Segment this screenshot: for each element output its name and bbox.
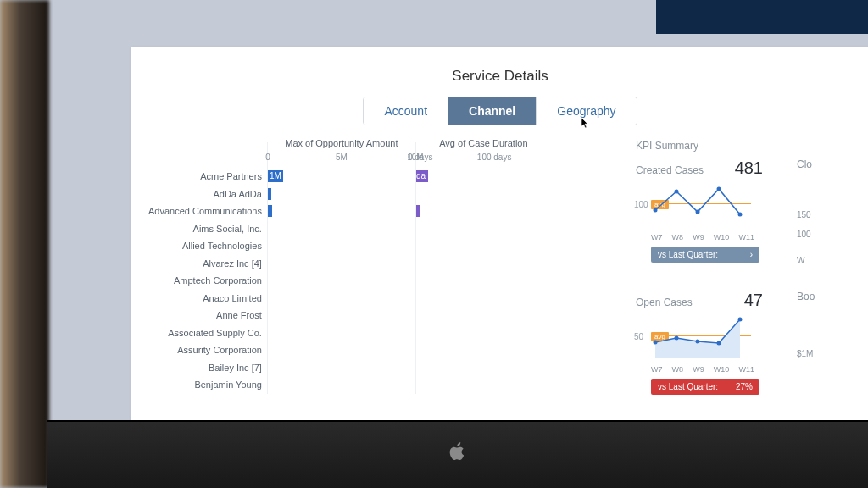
svg-marker-5 xyxy=(655,319,740,358)
y-tick: 100 xyxy=(634,200,648,209)
kpi-label: Open Cases xyxy=(636,297,693,308)
svg-point-0 xyxy=(654,208,658,213)
svg-point-10 xyxy=(738,318,743,322)
svg-point-4 xyxy=(738,213,743,217)
kpi-label: Boo xyxy=(797,291,839,302)
chevron-right-icon: › xyxy=(750,250,753,259)
case-duration-chart[interactable]: Avg of Case Duration 0 days 100 days da xyxy=(415,142,551,394)
cursor-pointer-icon xyxy=(579,117,591,133)
account-row[interactable]: Advanced Communications xyxy=(148,202,262,220)
axis-tick: W8 xyxy=(672,365,684,374)
sparkline-chart: 100 avg xyxy=(636,185,754,231)
x-axis: 0 5M 10M xyxy=(268,152,415,163)
kpi-summary-title: KPI Summary xyxy=(636,140,852,152)
kpi-label: Created Cases xyxy=(636,164,704,176)
monitor-bezel xyxy=(47,422,868,488)
svg-point-9 xyxy=(717,341,721,346)
tab-channel[interactable]: Channel xyxy=(448,97,537,125)
axis-tick: W11 xyxy=(738,365,754,374)
x-axis: W7 W8 W9 W10 W11 xyxy=(651,365,754,374)
badge-percent: 27% xyxy=(736,382,753,391)
axis-tick: W7 xyxy=(651,233,663,241)
app-window: Service Details Account Channel Geograph… xyxy=(131,47,868,422)
y-tick: 150 xyxy=(797,210,839,219)
svg-point-3 xyxy=(717,187,721,191)
sparkline-icon xyxy=(651,317,753,359)
kpi-card-booking-partial: Boo $1M xyxy=(797,291,839,395)
svg-point-7 xyxy=(675,336,679,341)
kpi-value: 47 xyxy=(744,291,763,310)
account-row[interactable]: Bailey Inc [7] xyxy=(148,359,262,377)
chart-title: Max of Opportunity Amount xyxy=(268,138,415,148)
sparkline-chart: 50 avg xyxy=(636,317,754,363)
kpi-value: 481 xyxy=(735,158,763,178)
svg-point-8 xyxy=(696,340,700,344)
opportunity-bar[interactable] xyxy=(268,188,271,200)
opportunity-bar[interactable] xyxy=(268,205,272,217)
kpi-card-closed-partial: Clo 150 100 W xyxy=(797,158,839,265)
axis-tick: W11 xyxy=(738,233,754,241)
account-row[interactable]: Associated Supply Co. xyxy=(148,324,262,342)
sparkline-icon xyxy=(651,185,753,227)
account-name-column: Acme Partners AdDa AdDa Advanced Communi… xyxy=(148,142,267,394)
axis-tick: W9 xyxy=(693,233,704,241)
tab-bar: Account Channel Geography xyxy=(131,97,868,125)
account-row[interactable]: Allied Technologies xyxy=(148,237,262,255)
x-axis: 0 days 100 days xyxy=(416,152,551,163)
account-row[interactable]: Anne Frost xyxy=(148,307,262,324)
kpi-card-open-cases[interactable]: Open Cases 47 50 avg xyxy=(636,291,763,395)
opportunity-bar[interactable]: 1M xyxy=(268,170,283,182)
y-tick: 100 xyxy=(797,230,839,239)
y-tick: $1M xyxy=(797,349,839,358)
duration-bar[interactable]: da xyxy=(416,170,428,182)
axis-tick: 0 xyxy=(265,152,270,162)
axis-tick: W10 xyxy=(714,233,730,241)
axis-tick: W xyxy=(797,256,839,265)
vs-last-quarter-badge[interactable]: vs Last Quarter: 27% xyxy=(651,379,760,395)
axis-tick: 5M xyxy=(336,152,348,162)
axis-tick: W10 xyxy=(714,365,730,374)
account-row[interactable]: Aims Social, Inc. xyxy=(148,220,262,238)
axis-tick: W7 xyxy=(651,365,663,374)
account-row[interactable]: Assurity Corporation xyxy=(148,341,262,359)
account-row[interactable]: Amptech Corporation xyxy=(148,272,262,290)
axis-tick: 0 days xyxy=(408,152,432,162)
account-row[interactable]: Acme Partners xyxy=(148,168,262,186)
kpi-card-created-cases[interactable]: Created Cases 481 100 avg xyxy=(636,158,763,265)
kpi-label: Clo xyxy=(797,158,839,170)
opportunity-amount-chart[interactable]: Max of Opportunity Amount 0 5M 10M 1M xyxy=(267,142,415,394)
axis-tick: W8 xyxy=(672,233,684,241)
apple-logo-icon xyxy=(449,441,466,467)
account-row[interactable]: Alvarez Inc [4] xyxy=(148,255,262,273)
x-axis: W7 W8 W9 W10 W11 xyxy=(651,233,754,241)
decorative-navy-block xyxy=(656,0,868,34)
svg-point-1 xyxy=(675,190,679,194)
tab-account[interactable]: Account xyxy=(364,97,448,125)
account-bar-charts: Acme Partners AdDa AdDa Advanced Communi… xyxy=(148,142,564,394)
svg-point-2 xyxy=(696,210,700,214)
account-row[interactable]: Benjamin Young xyxy=(148,376,262,394)
badge-label: vs Last Quarter: xyxy=(658,250,718,259)
axis-tick: 100 days xyxy=(477,152,512,162)
duration-bar[interactable] xyxy=(416,205,420,217)
account-row[interactable]: Anaco Limited xyxy=(148,290,262,308)
account-row[interactable]: AdDa AdDa xyxy=(148,186,262,203)
chart-title: Avg of Case Duration xyxy=(416,138,551,148)
vs-last-quarter-badge[interactable]: vs Last Quarter: › xyxy=(651,247,760,263)
svg-point-6 xyxy=(654,341,658,345)
axis-tick: W9 xyxy=(693,365,704,374)
y-tick: 50 xyxy=(634,332,643,341)
kpi-summary-panel: KPI Summary Created Cases 481 100 avg xyxy=(636,142,852,420)
page-title: Service Details xyxy=(131,68,868,85)
badge-label: vs Last Quarter: xyxy=(658,382,718,391)
